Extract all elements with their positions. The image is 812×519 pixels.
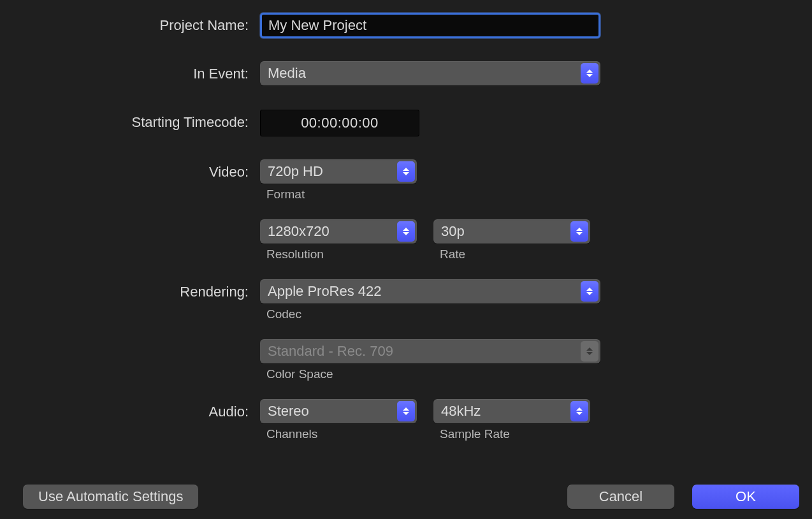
ok-button[interactable]: OK [692,485,799,509]
resolution-sublabel: Resolution [266,247,440,261]
rate-value: 30p [441,223,465,239]
in-event-label: In Event: [0,61,260,87]
project-name-label: Project Name: [0,13,260,38]
updown-icon [581,281,598,302]
color-space-sublabel: Color Space [266,367,812,381]
codec-value: Apple ProRes 422 [268,283,382,299]
video-format-value: 720p HD [268,163,323,179]
dialog-footer: Use Automatic Settings Cancel OK [0,485,812,509]
rate-sublabel: Rate [440,247,465,261]
resolution-value: 1280x720 [268,223,330,239]
channels-sublabel: Channels [266,427,440,441]
audio-label: Audio: [0,399,260,425]
resolution-select[interactable]: 1280x720 [260,219,417,244]
video-format-select[interactable]: 720p HD [260,159,417,184]
color-space-select: Standard - Rec. 709 [260,339,600,363]
new-project-dialog: Project Name: In Event: Media Starting T… [0,0,812,519]
starting-timecode-label: Starting Timecode: [0,110,260,135]
in-event-value: Media [268,65,306,81]
updown-icon [570,221,588,242]
codec-select[interactable]: Apple ProRes 422 [260,279,600,303]
rendering-label: Rendering: [0,279,260,305]
updown-icon [397,401,415,421]
format-sublabel: Format [266,187,812,201]
updown-icon [581,63,598,84]
updown-icon [397,221,415,242]
sample-rate-sublabel: Sample Rate [440,427,510,441]
audio-sample-rate-value: 48kHz [441,403,481,419]
in-event-select[interactable]: Media [260,61,600,85]
project-name-input-wrap[interactable] [260,13,600,38]
color-space-value: Standard - Rec. 709 [268,343,393,359]
audio-channels-value: Stereo [268,403,309,419]
use-automatic-settings-button[interactable]: Use Automatic Settings [23,485,198,509]
cancel-button[interactable]: Cancel [567,485,674,509]
video-label: Video: [0,159,260,185]
starting-timecode-input[interactable]: 00:00:00:00 [260,110,419,136]
updown-icon [397,161,415,182]
updown-icon [570,401,588,421]
codec-sublabel: Codec [266,307,812,321]
project-name-input[interactable] [267,17,593,34]
updown-icon [581,341,598,362]
audio-channels-select[interactable]: Stereo [260,399,417,423]
rate-select[interactable]: 30p [433,219,590,244]
audio-sample-rate-select[interactable]: 48kHz [433,399,590,423]
